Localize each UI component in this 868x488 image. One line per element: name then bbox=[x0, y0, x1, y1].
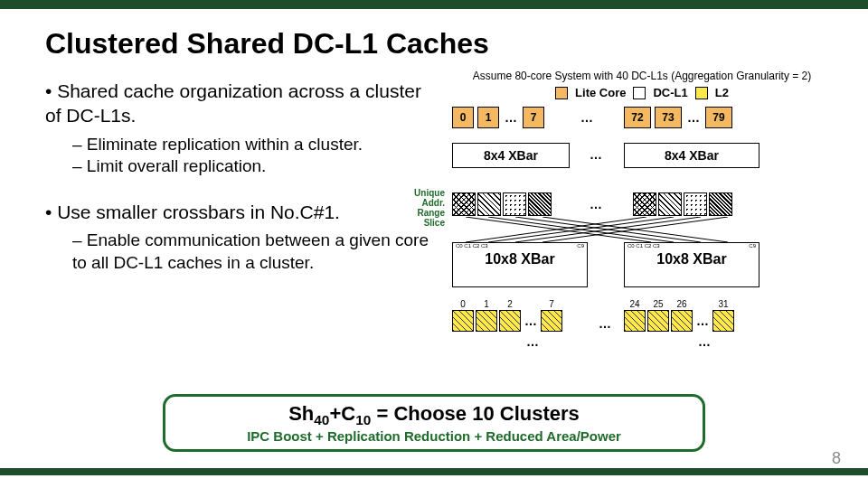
l2-1: 1 bbox=[476, 310, 497, 332]
dcl1-0: 0 bbox=[452, 192, 476, 216]
dcl1-3: 3 bbox=[528, 192, 552, 216]
l2-right: 24 25 26 … 31 bbox=[624, 310, 734, 332]
dcl1-right: 36 37 38 39 bbox=[633, 192, 732, 216]
dots-icon: … bbox=[694, 314, 711, 328]
core-0: 0 bbox=[452, 107, 474, 128]
l2-25: 25 bbox=[647, 310, 669, 332]
bullet-1-sub-1: Eliminate replication within a cluster. bbox=[72, 134, 434, 156]
eq-part: +C bbox=[329, 402, 355, 425]
xbar-label: 10x8 XBar bbox=[625, 251, 759, 267]
l2-2: 2 bbox=[499, 310, 521, 332]
bullet-1-sub-2: Limit overall replication. bbox=[72, 155, 434, 178]
legend: Lite Core DC-L1 L2 bbox=[434, 86, 850, 99]
label-line: Addr. bbox=[398, 198, 445, 208]
xbar-10x8-right: C0 C1 C2 C3 C9 10x8 XBar bbox=[624, 242, 760, 287]
dots-icon: … bbox=[523, 314, 539, 328]
content-area: Shared cache organization across a clust… bbox=[0, 70, 868, 360]
swatch-lite-core bbox=[555, 87, 568, 99]
dcl1-left: 0 1 2 3 bbox=[452, 192, 552, 216]
ports-left: C0 C1 C2 C3 bbox=[456, 243, 488, 249]
core-7: 7 bbox=[523, 107, 544, 128]
bullet-2-sub-1: Enable communication between a given cor… bbox=[72, 230, 434, 274]
assume-text: Assume 80-core System with 40 DC-L1s (Ag… bbox=[434, 70, 850, 82]
label-line: Unique bbox=[398, 188, 445, 198]
l2-left: 0 1 2 … 7 bbox=[452, 310, 562, 332]
dcl1-38: 38 bbox=[684, 192, 707, 216]
dcl1-2: 2 bbox=[503, 192, 526, 216]
ports-right: C9 bbox=[577, 243, 584, 249]
legend-lite: Lite Core bbox=[575, 86, 626, 99]
xbar-8x4-right: 8x4 XBar bbox=[624, 143, 760, 168]
dcl1-1: 1 bbox=[477, 192, 501, 216]
swatch-l2 bbox=[695, 87, 708, 99]
legend-dcl1: DC-L1 bbox=[653, 86, 687, 99]
bullet-1: Shared cache organization across a clust… bbox=[45, 79, 434, 128]
swatch-dcl1 bbox=[633, 87, 646, 99]
core-1: 1 bbox=[477, 107, 499, 128]
bullet-list: Shared cache organization across a clust… bbox=[45, 70, 434, 360]
dcl1-39: 39 bbox=[709, 192, 732, 216]
core-79: 79 bbox=[705, 107, 732, 128]
dots-icon: … bbox=[579, 110, 595, 125]
xbar-10x8-left: C0 C1 C2 C3 C9 10x8 XBar bbox=[452, 242, 588, 287]
l2-26: 26 bbox=[671, 310, 693, 332]
ports-left: C0 C1 C2 C3 bbox=[627, 243, 660, 249]
dots-icon: … bbox=[588, 147, 604, 162]
core-73: 73 bbox=[655, 107, 682, 128]
footer-subtext: IPC Boost + Replication Reduction + Redu… bbox=[175, 428, 693, 444]
dots-icon: … bbox=[524, 334, 541, 349]
ports-right: C9 bbox=[749, 243, 756, 249]
dcl1-36: 36 bbox=[633, 192, 656, 216]
dots-icon: … bbox=[696, 334, 712, 349]
dots-icon: … bbox=[685, 110, 702, 125]
eq-sub: 40 bbox=[314, 412, 329, 427]
bullet-2: Use smaller crossbars in No.C#1. bbox=[45, 200, 434, 224]
top-bar bbox=[0, 0, 868, 9]
eq-sub: 10 bbox=[355, 412, 371, 427]
l2-0: 0 bbox=[452, 310, 474, 332]
eq-part: Sh bbox=[288, 402, 314, 425]
xbar-ports: C0 C1 C2 C3 C9 bbox=[625, 243, 759, 249]
bottom-bar bbox=[0, 468, 868, 475]
diagram-panel: Assume 80-core System with 40 DC-L1s (Ag… bbox=[434, 70, 850, 360]
l2-31: 31 bbox=[712, 310, 734, 332]
l2-7: 7 bbox=[541, 310, 562, 332]
eq-part: = Choose 10 Clusters bbox=[371, 402, 579, 425]
page-number: 8 bbox=[832, 449, 841, 468]
xbar-8x4-left: 8x4 XBar bbox=[452, 143, 570, 168]
footer-callout: Sh40+C10 = Choose 10 Clusters IPC Boost … bbox=[163, 394, 705, 452]
cores-left: 0 1 … 7 bbox=[452, 107, 544, 128]
xbar-ports: C0 C1 C2 C3 C9 bbox=[453, 243, 587, 249]
dots-icon: … bbox=[588, 197, 604, 211]
legend-l2: L2 bbox=[715, 86, 729, 99]
l2-24: 24 bbox=[624, 310, 646, 332]
cores-right: 72 73 … 79 bbox=[624, 107, 732, 128]
xbar-label: 10x8 XBar bbox=[453, 251, 587, 267]
dots-icon: … bbox=[503, 110, 519, 125]
dots-icon: … bbox=[597, 316, 613, 331]
equation-text: Sh40+C10 = Choose 10 Clusters bbox=[175, 402, 693, 428]
interconnect-lines bbox=[434, 217, 814, 244]
slide-title: Clustered Shared DC-L1 Caches bbox=[0, 9, 868, 70]
diagram: 0 1 … 7 … 72 73 … 79 8x4 XBar … 8x4 XBar… bbox=[434, 107, 850, 360]
core-72: 72 bbox=[624, 107, 651, 128]
dcl1-37: 37 bbox=[658, 192, 682, 216]
